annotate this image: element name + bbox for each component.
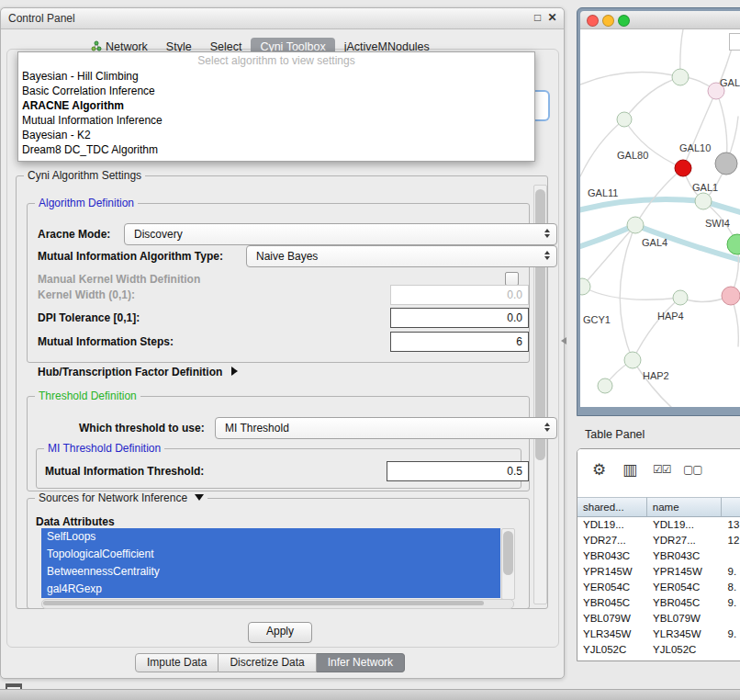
data-attribute-item[interactable]: TopologicalCoefficient — [41, 546, 500, 563]
close-traffic-light[interactable] — [587, 15, 599, 27]
table-cell: YBR045C — [647, 595, 723, 611]
data-attributes-list[interactable]: SelfLoopsTopologicalCoefficientBetweenne… — [41, 528, 500, 598]
network-edge[interactable] — [624, 119, 683, 168]
network-edge[interactable] — [580, 119, 624, 176]
table-row[interactable]: YBR043CYBR043C — [577, 548, 740, 564]
zoom-traffic-light[interactable] — [618, 15, 630, 27]
network-edge[interactable] — [624, 77, 680, 119]
attributes-scrollbar[interactable] — [501, 528, 515, 600]
algorithm-option-bayesian-k2[interactable]: Bayesian - K2 — [18, 128, 534, 142]
algorithm-option-dream8-dc-tdc-algorithm[interactable]: Dream8 DC_TDC Algorithm — [18, 142, 534, 157]
network-edge[interactable] — [580, 199, 703, 211]
which-threshold-select[interactable]: MI Threshold — [215, 417, 557, 439]
close-window-icon[interactable]: ✕ — [545, 11, 559, 24]
data-attribute-item[interactable]: BetweennessCentrality — [41, 563, 500, 581]
minimize-traffic-light[interactable] — [602, 15, 614, 27]
control-panel-window: Control Panel □ ✕ NetworkStyleSelectCyni… — [0, 7, 565, 679]
table-row[interactable]: YBR045CYBR045C9. — [577, 595, 740, 611]
table-cell: 8. — [723, 580, 740, 595]
network-view-window: GALGAL80GAL10GAL11GAL1SWI4GAL4GCY1HAP4HA… — [577, 7, 740, 416]
collapse-down-icon[interactable] — [195, 494, 204, 501]
dpi-tolerance-field[interactable]: 0.0 — [390, 308, 529, 328]
algorithm-option-basic-correlation-inference[interactable]: Basic Correlation Inference — [18, 84, 534, 98]
table-cell: YER054C — [647, 580, 723, 595]
bottom-tab-infer-network[interactable]: Infer Network — [317, 653, 405, 672]
network-node[interactable] — [598, 378, 612, 393]
table-row[interactable]: YER054CYER054C8. — [577, 580, 740, 595]
bottom-tab-impute-data[interactable]: Impute Data — [135, 653, 219, 672]
column-header-shared[interactable]: shared... — [577, 497, 647, 517]
panel-resize-arrow-icon[interactable] — [561, 337, 566, 344]
attributes-scrollbar-thumb[interactable] — [503, 531, 513, 575]
network-node[interactable] — [627, 217, 644, 233]
network-edge[interactable] — [633, 298, 680, 360]
cyni-algorithm-settings-title: Cyni Algorithm Settings — [24, 169, 145, 182]
deselect-all-icon[interactable]: ▢▢ — [683, 463, 702, 476]
mi-threshold-field[interactable]: 0.5 — [387, 461, 529, 481]
attributes-hscrollbar-thumb[interactable] — [43, 601, 484, 605]
apply-button[interactable]: Apply — [248, 622, 312, 643]
node-label-hap4: HAP4 — [657, 310, 684, 322]
network-view-titlebar[interactable] — [580, 11, 740, 29]
bottom-tab-discretize-data[interactable]: Discretize Data — [219, 653, 316, 672]
table-cell: YPR145W — [647, 564, 723, 580]
table-row[interactable]: YLR345WYLR345W9. — [577, 627, 740, 642]
aracne-mode-select[interactable]: Discovery — [124, 223, 557, 245]
table-row[interactable]: YDL19...YDL19...13 — [577, 517, 740, 533]
table-row[interactable]: YPR145WYPR145W9. — [577, 564, 740, 580]
combo-arrows-icon — [544, 229, 550, 238]
sources-title-toggle[interactable]: Sources for Network Inference — [35, 491, 207, 504]
control-panel-titlebar[interactable]: Control Panel □ ✕ — [1, 8, 564, 29]
network-node[interactable] — [675, 160, 691, 176]
table-cell: 9. — [723, 564, 740, 580]
expand-right-icon[interactable] — [231, 367, 238, 376]
column-header-name[interactable]: name — [647, 497, 722, 517]
table-row[interactable]: YBL079WYBL079W — [577, 611, 740, 627]
table-body: YDL19...YDL19...13YDR27...YDR27...12YBR0… — [577, 517, 740, 658]
data-attribute-item[interactable]: gal4RGexp — [41, 581, 500, 598]
column-header-extra[interactable] — [722, 497, 740, 517]
kernel-width-field[interactable]: 0.0 — [390, 285, 529, 305]
hub-section-toggle[interactable]: Hub/Transcription Factor Definition — [38, 366, 238, 378]
table-cell: YBR045C — [577, 595, 647, 611]
network-node[interactable] — [624, 352, 641, 368]
manual-kernel-checkbox[interactable] — [505, 272, 519, 286]
control-panel-title: Control Panel — [8, 12, 75, 25]
algorithm-option-mutual-information-inference[interactable]: Mutual Information Inference — [18, 113, 534, 128]
float-window-icon[interactable]: □ — [531, 11, 544, 24]
data-attribute-item[interactable]: SelfLoops — [41, 528, 500, 546]
network-edge[interactable] — [580, 225, 635, 248]
network-node[interactable] — [617, 112, 632, 127]
table-header: shared...name — [577, 497, 740, 517]
network-node[interactable] — [727, 234, 740, 254]
gear-icon[interactable]: ⚙ — [592, 460, 605, 480]
network-node[interactable] — [695, 193, 712, 209]
network-scrollbar-fragment[interactable] — [729, 33, 740, 51]
table-cell: 9. — [723, 595, 740, 611]
network-node[interactable] — [580, 278, 590, 295]
network-node[interactable] — [672, 69, 689, 85]
network-edge[interactable] — [582, 287, 680, 299]
table-cell: 9. — [723, 627, 740, 642]
network-canvas[interactable]: GALGAL80GAL10GAL11GAL1SWI4GAL4GCY1HAP4HA… — [580, 29, 740, 407]
network-edge[interactable] — [620, 225, 635, 360]
table-row[interactable]: YJL052CYJL052C — [577, 642, 740, 658]
network-node[interactable] — [722, 287, 740, 305]
mi-threshold-definition-title: MI Threshold Definition — [44, 442, 164, 455]
network-edge[interactable] — [633, 360, 672, 407]
algorithm-option-aracne-algorithm[interactable]: ARACNE Algorithm — [18, 98, 534, 113]
column-layout-icon[interactable]: ▥ — [622, 460, 636, 480]
attributes-hscrollbar[interactable] — [41, 599, 514, 609]
mi-steps-field[interactable]: 6 — [390, 332, 529, 352]
table-cell — [723, 642, 740, 658]
select-all-icon[interactable]: ☑☑ — [653, 463, 671, 476]
network-edge[interactable] — [683, 91, 716, 168]
table-row[interactable]: YDR27...YDR27...12 — [577, 533, 740, 548]
network-edge[interactable] — [635, 168, 683, 225]
aracne-mode-value: Discovery — [134, 228, 183, 241]
network-node[interactable] — [673, 290, 688, 305]
table-cell: YBR043C — [647, 548, 723, 564]
algorithm-option-bayesian-hill-climbing[interactable]: Bayesian - Hill Climbing — [18, 69, 534, 84]
mi-algorithm-type-select[interactable]: Naive Bayes — [246, 245, 557, 267]
network-node[interactable] — [715, 152, 737, 175]
